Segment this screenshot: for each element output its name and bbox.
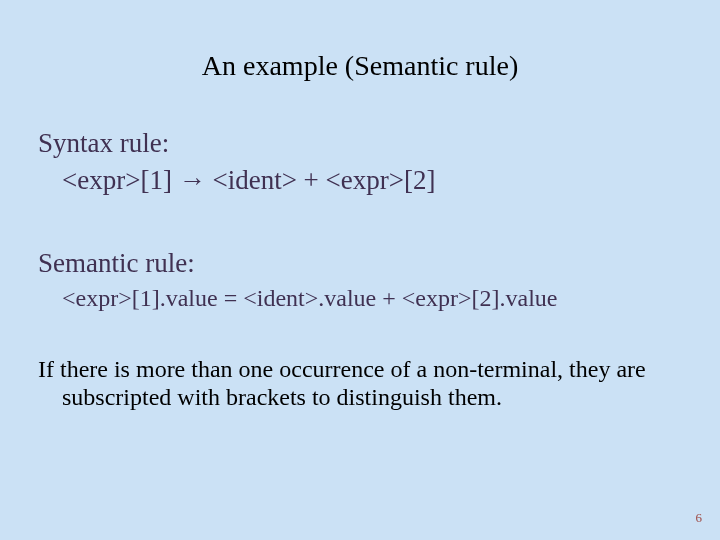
syntax-rhs: <ident> + <expr>[2]	[212, 165, 435, 195]
syntax-rule: <expr>[1] → <ident> + <expr>[2]	[62, 165, 682, 196]
slide-title: An example (Semantic rule)	[38, 50, 682, 82]
arrow-icon: →	[179, 165, 206, 195]
page-number: 6	[696, 510, 703, 526]
semantic-heading: Semantic rule:	[38, 248, 682, 279]
note-text: If there is more than one occurrence of …	[38, 356, 682, 411]
syntax-heading: Syntax rule:	[38, 128, 682, 159]
semantic-rule: <expr>[1].value = <ident>.value + <expr>…	[62, 285, 682, 312]
syntax-lhs: <expr>[1]	[62, 165, 172, 195]
slide: An example (Semantic rule) Syntax rule: …	[0, 0, 720, 540]
